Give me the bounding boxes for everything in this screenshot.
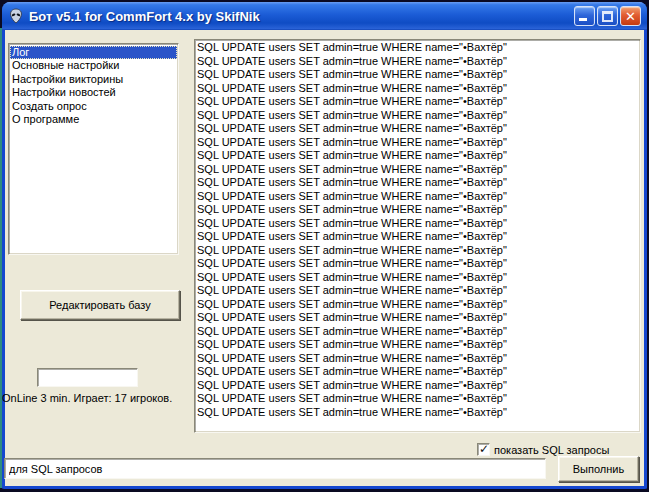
- log-line: SQL UPDATE users SET admin=true WHERE na…: [197, 325, 638, 339]
- log-line: SQL UPDATE users SET admin=true WHERE na…: [197, 163, 638, 177]
- log-line: SQL UPDATE users SET admin=true WHERE na…: [197, 109, 638, 123]
- log-line: SQL UPDATE users SET admin=true WHERE na…: [197, 122, 638, 136]
- log-line: SQL UPDATE users SET admin=true WHERE na…: [197, 311, 638, 325]
- log-line: SQL UPDATE users SET admin=true WHERE na…: [197, 257, 638, 271]
- log-line: SQL UPDATE users SET admin=true WHERE na…: [197, 365, 638, 379]
- sql-query-input[interactable]: [4, 458, 546, 479]
- log-line: SQL UPDATE users SET admin=true WHERE na…: [197, 338, 638, 352]
- show-sql-checkbox[interactable]: [477, 443, 490, 456]
- titlebar[interactable]: Бот v5.1 for CommFort 4.x by SkifNik ✕: [2, 2, 647, 30]
- log-line: SQL UPDATE users SET admin=true WHERE na…: [197, 190, 638, 204]
- status-input[interactable]: [37, 368, 138, 387]
- log-line: SQL UPDATE users SET admin=true WHERE na…: [197, 95, 638, 109]
- log-line: SQL UPDATE users SET admin=true WHERE na…: [197, 55, 638, 69]
- log-line: SQL UPDATE users SET admin=true WHERE na…: [197, 136, 638, 150]
- log-line: SQL UPDATE users SET admin=true WHERE na…: [197, 68, 638, 82]
- minimize-icon: [579, 18, 587, 21]
- execute-button[interactable]: Выполниь: [558, 456, 639, 482]
- sidebar-item[interactable]: Создать опрос: [10, 100, 177, 113]
- log-line: SQL UPDATE users SET admin=true WHERE na…: [197, 82, 638, 96]
- sidebar-item[interactable]: Основные настройки: [10, 59, 177, 72]
- log-line: SQL UPDATE users SET admin=true WHERE na…: [197, 230, 638, 244]
- log-line: SQL UPDATE users SET admin=true WHERE na…: [197, 149, 638, 163]
- log-line: SQL UPDATE users SET admin=true WHERE na…: [197, 244, 638, 258]
- log-line: SQL UPDATE users SET admin=true WHERE na…: [197, 406, 638, 420]
- log-line: SQL UPDATE users SET admin=true WHERE na…: [197, 41, 638, 55]
- sidebar-item[interactable]: Лог: [10, 46, 177, 59]
- log-line: SQL UPDATE users SET admin=true WHERE na…: [197, 379, 638, 393]
- alien-app-icon: [8, 8, 24, 24]
- log-line: SQL UPDATE users SET admin=true WHERE na…: [197, 284, 638, 298]
- app-window: Бот v5.1 for CommFort 4.x by SkifNik ✕ Л…: [2, 2, 647, 489]
- close-button[interactable]: ✕: [620, 6, 641, 26]
- show-sql-checkbox-label: показать SQL запросы: [494, 444, 609, 456]
- close-icon: ✕: [621, 7, 640, 25]
- log-textarea[interactable]: SQL UPDATE users SET admin=true WHERE na…: [194, 39, 641, 433]
- maximize-button[interactable]: [597, 6, 618, 26]
- maximize-icon: [602, 11, 613, 22]
- log-line: SQL UPDATE users SET admin=true WHERE na…: [197, 298, 638, 312]
- log-line: SQL UPDATE users SET admin=true WHERE na…: [197, 217, 638, 231]
- log-line: SQL UPDATE users SET admin=true WHERE na…: [197, 392, 638, 406]
- show-sql-checkbox-row[interactable]: показать SQL запросы: [477, 443, 609, 456]
- sidebar-item[interactable]: Настройки викторины: [10, 73, 177, 86]
- log-line: SQL UPDATE users SET admin=true WHERE na…: [197, 203, 638, 217]
- log-line: SQL UPDATE users SET admin=true WHERE na…: [197, 176, 638, 190]
- minimize-button[interactable]: [574, 6, 595, 26]
- log-line: SQL UPDATE users SET admin=true WHERE na…: [197, 352, 638, 366]
- nav-list[interactable]: ЛогОсновные настройкиНастройки викторины…: [8, 43, 179, 255]
- sidebar-item[interactable]: Настройки новостей: [10, 86, 177, 99]
- log-line: SQL UPDATE users SET admin=true WHERE na…: [197, 271, 638, 285]
- client-area: ЛогОсновные настройкиНастройки викторины…: [2, 30, 641, 486]
- window-title: Бот v5.1 for CommFort 4.x by SkifNik: [29, 9, 570, 24]
- sidebar-item[interactable]: О программе: [10, 113, 177, 126]
- edit-database-button[interactable]: Редактировать базу: [20, 290, 180, 320]
- online-status-label: OnLine 3 min. Играет: 17 игроков.: [2, 392, 172, 404]
